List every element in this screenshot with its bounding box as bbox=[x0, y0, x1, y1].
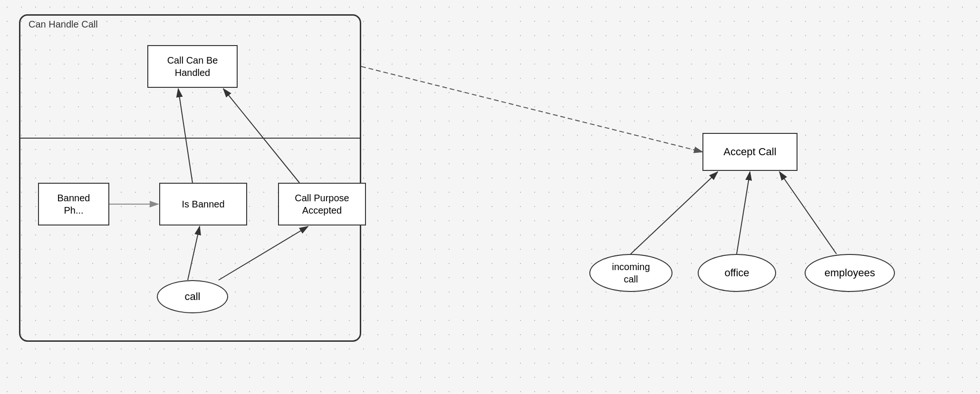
svg-line-10 bbox=[737, 172, 750, 254]
call-purpose-accepted-node[interactable]: Call Purpose Accepted bbox=[278, 183, 366, 225]
call-node[interactable]: call bbox=[157, 280, 228, 313]
svg-line-8 bbox=[361, 66, 702, 152]
diagram-canvas: Can Handle Call Call Can Be Handled Is B… bbox=[0, 0, 980, 394]
employees-node[interactable]: employees bbox=[805, 254, 895, 292]
call-can-be-handled-node[interactable]: Call Can Be Handled bbox=[147, 45, 238, 88]
can-handle-call-label: Can Handle Call bbox=[29, 19, 98, 30]
accept-call-node[interactable]: Accept Call bbox=[702, 133, 797, 171]
svg-line-11 bbox=[779, 172, 836, 254]
is-banned-node[interactable]: Is Banned bbox=[159, 183, 247, 225]
banned-ph-node[interactable]: Banned Ph... bbox=[38, 183, 109, 225]
office-node[interactable]: office bbox=[698, 254, 776, 292]
incoming-call-node[interactable]: incoming call bbox=[589, 254, 673, 292]
svg-line-9 bbox=[631, 172, 718, 254]
container-divider bbox=[19, 138, 361, 139]
